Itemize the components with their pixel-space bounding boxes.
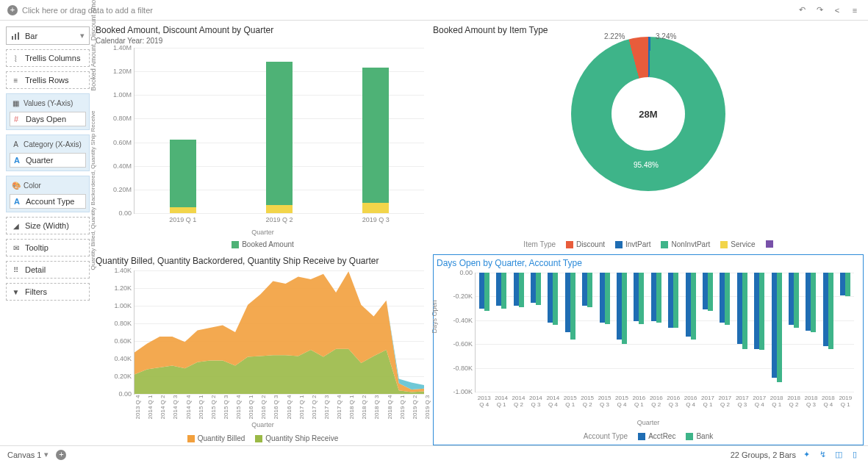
chart2-title: Booked Amount by Item Type bbox=[433, 24, 864, 37]
config-panel: Bar ▾ ⦚ Trellis Columns ≡ Trellis Rows ▦… bbox=[0, 21, 96, 445]
chart4-legend: Account Type AcctRec Bank bbox=[437, 429, 860, 443]
chart1-plot: 0.000.20M0.40M0.60M0.80M1.00M1.20M1.40M2… bbox=[134, 48, 424, 214]
chart1-subtitle: Calendar Year: 2019 bbox=[96, 37, 430, 45]
trellis-rows-slot[interactable]: ≡ Trellis Rows bbox=[6, 71, 90, 89]
tooltip-label: Tooltip bbox=[25, 243, 49, 252]
detail-slot[interactable]: ⠿Detail bbox=[6, 261, 90, 279]
values-chip-label: Days Open bbox=[26, 115, 66, 123]
chart4-title: Days Open by Quarter, Account Type bbox=[437, 256, 860, 270]
chart3-ylabel: Quantity Billed, Quantity Backordered, Q… bbox=[90, 110, 96, 270]
chart1-legend-0: Booked Amount bbox=[242, 240, 294, 248]
chart2-legend-3: Service bbox=[731, 240, 755, 248]
add-filter-icon[interactable]: + bbox=[7, 5, 18, 15]
chart3-title: Quantity Billed, Quantity Backordered, Q… bbox=[96, 254, 430, 268]
detail-icon: ⠿ bbox=[11, 265, 21, 274]
chart3-legend: Quantity Billed Quantity Ship Receive bbox=[96, 431, 430, 445]
trellis-columns-label: Trellis Columns bbox=[25, 54, 80, 62]
donut-label-0: 2.22% bbox=[604, 32, 625, 40]
palette-icon: 🎨 bbox=[11, 181, 21, 190]
chart-booked-discount[interactable]: Booked Amount, Discount Amount by Quarte… bbox=[96, 24, 430, 251]
trellis-col-icon: ⦚ bbox=[11, 54, 21, 62]
category-chip[interactable]: A Quarter bbox=[10, 153, 86, 168]
chart4-ylabel: Days Open bbox=[431, 300, 438, 333]
layout-a-icon[interactable]: ◫ bbox=[833, 449, 844, 461]
chart2-legend: Item Type Discount InvtPart NonInvtPart … bbox=[433, 237, 864, 251]
color-chip[interactable]: A Account Type bbox=[10, 194, 86, 209]
category-chip-label: Quarter bbox=[26, 156, 53, 165]
trellis-rows-label: Trellis Rows bbox=[25, 76, 69, 85]
attribute-icon: A bbox=[14, 156, 23, 165]
donut-center: 28M bbox=[611, 77, 685, 151]
chart1-xlabel: Quarter bbox=[251, 229, 274, 236]
color-title: Color bbox=[24, 182, 41, 190]
chart3-legend-0: Quantity Billed bbox=[198, 434, 245, 442]
chart2-legend-0: Discount bbox=[576, 240, 605, 248]
filter-bar: + Click here or drag data to add a filte… bbox=[0, 0, 868, 21]
chart3-plot: 0.000.20K0.40K0.60K0.80K1.00K1.20K1.40K2… bbox=[134, 270, 424, 395]
bar-chart-icon bbox=[11, 32, 21, 40]
undo-icon[interactable]: ↶ bbox=[796, 4, 808, 16]
main-area: Bar ▾ ⦚ Trellis Columns ≡ Trellis Rows ▦… bbox=[0, 21, 868, 445]
category-group: ACategory (X-Axis) A Quarter bbox=[6, 134, 90, 171]
chart3-legend-1: Quantity Ship Receive bbox=[265, 434, 338, 442]
svg-rect-1 bbox=[15, 34, 16, 40]
chart-days-open[interactable]: Days Open by Quarter, Account Type Days … bbox=[433, 254, 864, 445]
tooltip-icon: ✉ bbox=[11, 243, 21, 252]
chart1-ylabel: Booked Amount, Discount Amount bbox=[90, 0, 97, 91]
suggest-icon[interactable]: ✦ bbox=[800, 449, 812, 461]
viz-type-dropdown[interactable]: Bar ▾ bbox=[6, 26, 90, 45]
svg-rect-2 bbox=[18, 32, 19, 40]
size-icon: ◢ bbox=[11, 221, 21, 230]
tooltip-slot[interactable]: ✉Tooltip bbox=[6, 239, 90, 256]
values-icon: ▦ bbox=[11, 98, 21, 107]
charts-grid: Booked Amount, Discount Amount by Quarte… bbox=[96, 21, 868, 445]
filters-label: Filters bbox=[25, 287, 47, 296]
chart4-xlabel: Quarter bbox=[637, 419, 660, 426]
menu-icon[interactable]: ≡ bbox=[849, 4, 861, 16]
trellis-columns-slot[interactable]: ⦚ Trellis Columns bbox=[6, 49, 90, 67]
funnel-icon: ▼ bbox=[11, 287, 21, 296]
values-group: ▦Values (Y-Axis) # Days Open bbox=[6, 93, 90, 130]
viz-type-label: Bar bbox=[25, 32, 37, 40]
chart2-legend-1: InvtPart bbox=[625, 240, 650, 248]
canvas-menu-icon[interactable]: ▾ bbox=[44, 450, 49, 459]
donut-label-1: 3.24% bbox=[656, 32, 676, 40]
refresh-icon[interactable]: ↯ bbox=[817, 449, 828, 461]
chart1-legend: Booked Amount bbox=[96, 237, 430, 251]
add-canvas-icon[interactable]: + bbox=[56, 450, 66, 460]
chart4-legend-0: AcctRec bbox=[648, 432, 675, 440]
color-chip-label: Account Type bbox=[26, 197, 74, 206]
share-icon[interactable]: < bbox=[831, 4, 843, 16]
color-group: 🎨Color A Account Type bbox=[6, 176, 90, 212]
trellis-row-icon: ≡ bbox=[11, 76, 21, 85]
status-text: 22 Groups, 2 Bars bbox=[731, 451, 796, 459]
filters-slot[interactable]: ▼Filters bbox=[6, 283, 90, 301]
canvas-tab[interactable]: Canvas 1 bbox=[7, 451, 41, 459]
detail-label: Detail bbox=[25, 265, 46, 274]
chart4-legend-1: Bank bbox=[696, 432, 713, 440]
layout-b-icon[interactable]: ▯ bbox=[849, 449, 861, 461]
svg-rect-0 bbox=[12, 36, 13, 40]
category-icon: A bbox=[11, 140, 21, 148]
filter-placeholder[interactable]: Click here or drag data to add a filter bbox=[22, 6, 153, 15]
chart-booked-itemtype[interactable]: Booked Amount by Item Type 28M 2.22% 3.2… bbox=[433, 24, 864, 251]
chart4-plot: -1.00K-0.80K-0.60K-0.40K-0.20K0.002013 Q… bbox=[475, 273, 854, 392]
chart-quantity[interactable]: Quantity Billed, Quantity Backordered, Q… bbox=[96, 254, 430, 445]
category-title: Category (X-Axis) bbox=[24, 140, 82, 148]
values-title: Values (Y-Axis) bbox=[24, 99, 73, 107]
attribute-icon-2: A bbox=[14, 197, 23, 206]
chart3-xlabel: Quarter bbox=[251, 421, 274, 428]
size-slot[interactable]: ◢Size (Width) bbox=[6, 217, 90, 234]
redo-icon[interactable]: ↷ bbox=[814, 4, 825, 16]
chart2-legend-2: NonInvtPart bbox=[671, 240, 710, 248]
measure-icon: # bbox=[14, 115, 23, 123]
donut-label-2: 95.48% bbox=[634, 161, 659, 169]
chart1-title: Booked Amount, Discount Amount by Quarte… bbox=[96, 24, 430, 37]
values-chip[interactable]: # Days Open bbox=[10, 112, 86, 126]
chart2-legend-title: Item Type bbox=[523, 240, 556, 248]
chart4-legend-title: Account Type bbox=[584, 432, 628, 440]
canvas-bar: Canvas 1 ▾ + 22 Groups, 2 Bars ✦ ↯ ◫ ▯ bbox=[0, 445, 868, 463]
chevron-down-icon: ▾ bbox=[80, 31, 85, 40]
size-label: Size (Width) bbox=[25, 221, 69, 230]
